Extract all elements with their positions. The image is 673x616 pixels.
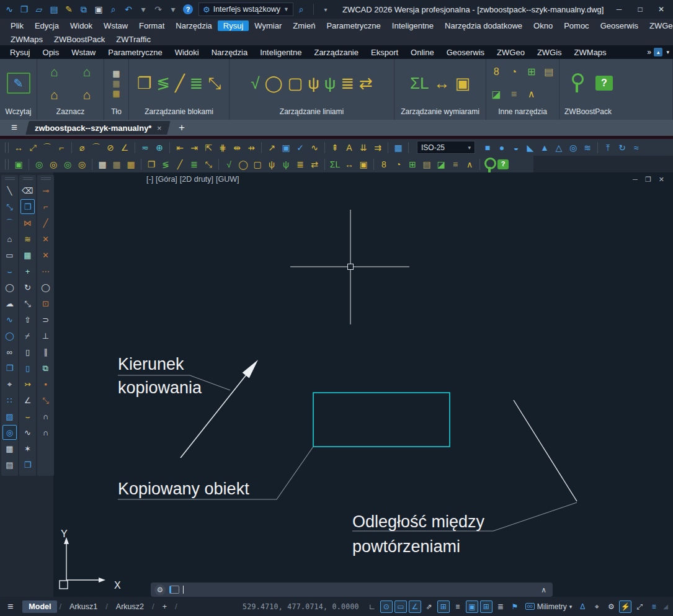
roof-lines-icon[interactable]: ∧ [525, 89, 538, 99]
command-collapse-icon[interactable]: ∧ [538, 586, 549, 594]
revision-cloud-icon[interactable]: ☁ [2, 296, 17, 311]
menu-widok[interactable]: Widok [65, 20, 98, 31]
workspace-combobox[interactable]: ⚙ Interfejs wstążkowy ▼ [198, 2, 293, 16]
ucs-indicator-icon[interactable]: ∟ [366, 600, 378, 613]
layout-tab-arkusz2[interactable]: Arkusz2 [110, 600, 150, 613]
offset-segment-2-icon[interactable]: ⇄ [308, 158, 321, 171]
dim-style-manager-icon[interactable]: ▦ [391, 141, 405, 154]
hardware-acceleration-icon[interactable]: ⚡ [619, 600, 631, 613]
solid-wedge-icon[interactable]: ◣ [524, 141, 537, 154]
block-circle-4-icon[interactable]: ◎ [75, 158, 89, 171]
menu-edycja[interactable]: Edycja [29, 20, 65, 31]
quick-access-collapse-icon[interactable]: ▾ [319, 2, 332, 16]
parallel-icon[interactable]: ∥ [38, 344, 53, 359]
geo-tower-icon[interactable]: Δ [576, 600, 589, 613]
node-icon[interactable]: ▪ [38, 377, 53, 391]
snap-tracking-icon[interactable]: ⊞ [480, 600, 492, 613]
clean-screen-icon[interactable]: ⤢ [633, 600, 646, 613]
block-list-icon[interactable]: ≡ [507, 89, 520, 99]
chamfer-icon[interactable]: ∠ [20, 393, 35, 408]
mirror-icon[interactable]: ⋈ [20, 215, 35, 230]
dim-update-icon[interactable]: ✓ [293, 141, 307, 154]
total-length-2-icon[interactable]: ΣL [328, 158, 342, 171]
explode-icon[interactable]: ✶ [20, 441, 35, 456]
point-on-line-2-icon[interactable]: ⤡ [202, 158, 215, 171]
ribbon-tab-eksport[interactable]: Eksport [365, 47, 404, 58]
redo-icon[interactable]: ↷ [151, 2, 165, 16]
line-to-block-2-icon[interactable]: ╱ [173, 158, 187, 171]
polygon-icon[interactable]: ⌂ [2, 231, 17, 246]
intersection-icon[interactable]: ✕ [38, 231, 53, 246]
double-circle-2-icon[interactable]: 8 [377, 158, 391, 171]
block-list-2-icon[interactable]: ≡ [448, 158, 462, 171]
trim-icon[interactable]: ⌿ [20, 328, 35, 343]
fillet-icon[interactable]: ⌣ [20, 409, 35, 424]
command-line-bar[interactable]: ⚙ ∧ [151, 583, 553, 597]
nearest-icon[interactable]: ⤡ [38, 393, 53, 408]
dim-radius-icon[interactable]: ⌀ [75, 141, 89, 154]
ellipse-icon[interactable]: ◯ [2, 328, 17, 343]
status-menu-icon[interactable]: ≡ [5, 601, 20, 612]
point-on-line-icon[interactable]: ⤡ [208, 75, 221, 91]
background-mid-icon[interactable]: ▦ [112, 79, 120, 87]
solid-extrude-icon[interactable]: ⤒ [601, 141, 615, 154]
close-button[interactable]: ✕ [652, 2, 671, 16]
undo-icon[interactable]: ↶ [122, 2, 135, 16]
dim-ordinate-icon[interactable]: ⌐ [55, 141, 68, 154]
dim-scale-icon[interactable]: ⇊ [357, 141, 370, 154]
ribbon-collapse-button[interactable]: ▴ [654, 48, 663, 56]
menu-okno[interactable]: Okno [528, 20, 558, 31]
solid-helix-icon[interactable]: ≋ [581, 141, 594, 154]
extension-icon[interactable]: ⋯ [38, 264, 53, 279]
line-icon[interactable]: ╲ [2, 183, 17, 198]
dim-baseline-lines-icon[interactable]: ≂ [138, 141, 152, 154]
edit-block-2-icon[interactable]: ❐ [145, 158, 158, 171]
load-drawing-icon[interactable]: ✎ [7, 73, 30, 94]
block-pair-2-icon[interactable]: ⊞ [406, 158, 419, 171]
save-as-icon[interactable]: ✎ [62, 2, 76, 16]
print-icon[interactable]: ▣ [92, 2, 105, 16]
dim-center-mark-icon[interactable]: ⊕ [153, 141, 166, 154]
tangent-icon[interactable]: ⊃ [38, 312, 53, 327]
menu-parametryczne[interactable]: Parametryczne [321, 20, 386, 31]
menu-zwboostpack[interactable]: ZWBoostPack [48, 34, 110, 45]
parabola-axis-icon[interactable]: ψ [324, 75, 336, 91]
fillet-corner-icon[interactable]: ⌣ [2, 264, 17, 279]
array-icon[interactable]: ▦ [20, 248, 35, 262]
select-blocks-window-icon[interactable]: ⌂ [41, 65, 68, 78]
level-lines-icon[interactable]: ≣ [341, 75, 354, 91]
polygon-vertices-icon[interactable]: ◯ [264, 75, 282, 91]
dim-diameter-icon[interactable]: ⊘ [104, 141, 117, 154]
viewport-control-2d-druty[interactable]: [2D druty] [180, 175, 213, 184]
dim-quick-icon[interactable]: ⇤ [173, 141, 187, 154]
ribbon-tab-inteligentne[interactable]: Inteligentne [254, 47, 308, 58]
pick-assist-icon[interactable]: ⌖ [591, 600, 603, 613]
block-circle-2-icon[interactable]: ◎ [47, 158, 60, 171]
rotate-icon[interactable]: ↻ [20, 280, 35, 295]
viewport-control-item[interactable]: [-] [146, 175, 153, 184]
offset-icon[interactable]: ≋ [20, 231, 35, 246]
menu-format[interactable]: Format [133, 20, 170, 31]
toolbar-drag-handle[interactable] [41, 177, 51, 180]
document-tab-active[interactable]: zwboostpack--szyk-manualny* × [25, 121, 171, 135]
block-circle-1-icon[interactable]: ◎ [32, 158, 46, 171]
solid-torus-icon[interactable]: ◎ [566, 141, 580, 154]
convert-blocks-2-icon[interactable]: ≶ [159, 158, 172, 171]
toolbar-handle[interactable] [5, 142, 9, 153]
dynamic-ucs-icon[interactable]: ≣ [494, 600, 507, 613]
snap-from-icon[interactable]: ⌐ [38, 199, 53, 214]
ribbon-tab-parametryczne[interactable]: Parametryczne [102, 47, 168, 58]
copy-icon[interactable]: ❐ [20, 199, 35, 214]
stretch-icon[interactable]: ⇧ [20, 312, 35, 327]
hatch-icon[interactable]: ▨ [2, 409, 17, 424]
viewport-minimize-button[interactable]: ─ [633, 176, 638, 184]
table-icon[interactable]: ▦ [2, 441, 17, 456]
settings-gear-icon[interactable]: ⚙ [605, 600, 617, 613]
multileader-icon[interactable]: ↗ [265, 141, 279, 154]
layout-tab-item[interactable]: + [156, 600, 173, 613]
zoom-history-icon[interactable]: ⌕ [295, 2, 308, 16]
total-length-icon[interactable]: ΣL [410, 75, 429, 91]
grid-dark-icon[interactable]: ▦ [124, 158, 138, 171]
dim-baseline-icon[interactable]: ⇱ [202, 141, 215, 154]
menu-inteligentne[interactable]: Inteligentne [386, 20, 439, 31]
